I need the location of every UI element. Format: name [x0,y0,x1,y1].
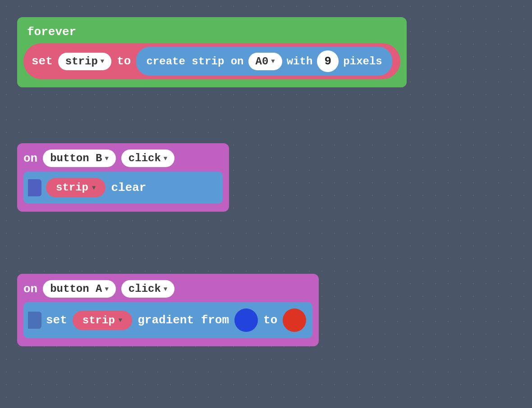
set-a-label: set [46,313,67,327]
button-b-arrow: ▼ [105,155,108,162]
button-a-block: on button A ▼ click ▼ set strip ▼ gradie… [17,274,319,346]
strip-b-dropdown[interactable]: strip ▼ [46,178,105,197]
with-label: with [287,55,313,68]
clear-label: clear [111,181,146,195]
strip-b-arrow: ▼ [92,184,96,191]
click-b-label: click [128,152,161,164]
to-label: to [117,54,131,68]
pin-dropdown-label: A0 [256,55,269,68]
gradient-label: gradient from [138,313,229,327]
pixels-value[interactable]: 9 [317,50,339,72]
click-a-label: click [128,283,161,295]
strip-dropdown-arrow: ▼ [101,58,104,65]
on-b-label: on [23,152,37,165]
button-b-label: button B [50,152,102,164]
click-a-arrow: ▼ [164,286,167,293]
forever-label: forever [23,23,400,43]
button-a-label: button A [50,283,102,295]
clear-row: strip ▼ clear [46,178,216,197]
on-a-label: on [23,282,37,296]
set-label: set [32,54,53,68]
strip-a-dropdown[interactable]: strip ▼ [73,311,132,330]
set-strip-row: set strip ▼ to create strip on A0 ▼ with… [23,43,400,79]
color-from-picker[interactable] [234,308,258,332]
pin-dropdown-arrow: ▼ [271,58,275,65]
click-b-dropdown[interactable]: click ▼ [121,150,174,167]
button-b-block: on button B ▼ click ▼ strip ▼ clear [17,143,229,212]
button-a-arrow: ▼ [105,286,108,293]
strip-dropdown[interactable]: strip ▼ [58,53,111,70]
button-a-dropdown[interactable]: button A ▼ [43,280,116,298]
click-b-arrow: ▼ [164,155,167,162]
pixels-label: pixels [343,55,382,68]
create-strip-pill: create strip on A0 ▼ with 9 pixels [136,47,392,76]
strip-a-label: strip [83,314,115,326]
button-b-dropdown[interactable]: button B ▼ [43,150,116,167]
to-a-label: to [263,313,277,327]
strip-dropdown-label: strip [65,55,98,68]
click-a-dropdown[interactable]: click ▼ [121,280,174,298]
strip-a-arrow: ▼ [119,317,122,324]
forever-block: forever set strip ▼ to create strip on A… [17,17,407,87]
event-a-header: on button A ▼ click ▼ [23,280,312,302]
gradient-row: set strip ▼ gradient from to [23,302,312,338]
event-b-body: strip ▼ clear [23,172,223,204]
pin-dropdown[interactable]: A0 ▼ [248,53,282,70]
create-strip-label: create strip on [146,55,243,68]
strip-b-label: strip [56,181,88,194]
event-b-header: on button B ▼ click ▼ [23,150,223,172]
color-to-picker[interactable] [283,308,306,332]
